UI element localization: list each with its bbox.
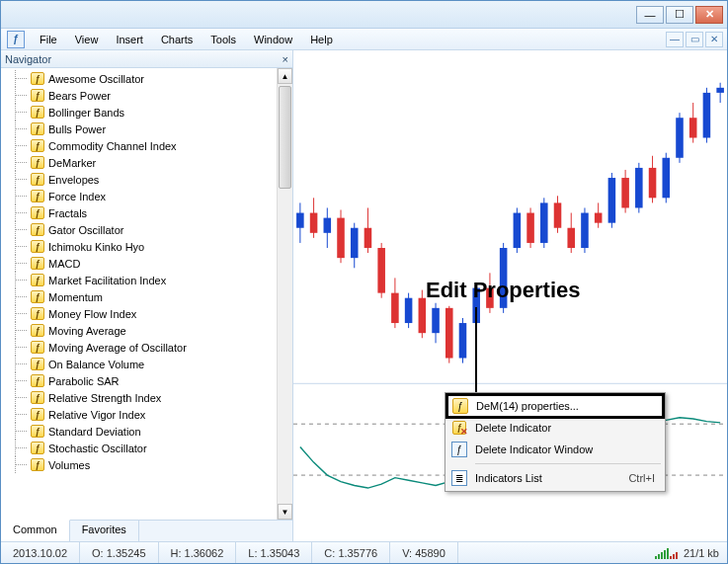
status-volume: V: 45890 bbox=[390, 542, 458, 563]
svg-rect-1 bbox=[296, 213, 304, 228]
delete-window-icon: ƒ bbox=[451, 442, 467, 457]
connection-rate: 21/1 kb bbox=[684, 547, 719, 559]
navigator-item-label: Stochastic Oscillator bbox=[48, 443, 147, 454]
ctx-delete-window[interactable]: ƒ Delete Indicator Window bbox=[447, 439, 663, 460]
navigator-item[interactable]: ƒStochastic Oscillator bbox=[9, 440, 277, 456]
menu-window[interactable]: Window bbox=[245, 32, 301, 47]
navigator-item-label: Awesome Oscillator bbox=[48, 73, 144, 85]
svg-rect-29 bbox=[486, 288, 494, 308]
indicator-icon: ƒ bbox=[31, 341, 44, 354]
menu-bar: ƒ File View Insert Charts Tools Window H… bbox=[1, 29, 727, 50]
navigator-tree-wrap: ƒAwesome OscillatorƒBears PowerƒBollinge… bbox=[1, 68, 292, 520]
indicator-icon: ƒ bbox=[31, 206, 44, 219]
indicator-icon: ƒ bbox=[31, 72, 44, 85]
indicator-icon: ƒ bbox=[31, 122, 44, 135]
menu-help[interactable]: Help bbox=[301, 32, 342, 47]
navigator-item[interactable]: ƒIchimoku Kinko Hyo bbox=[9, 238, 277, 255]
svg-rect-15 bbox=[391, 293, 399, 323]
scroll-thumb[interactable] bbox=[279, 86, 291, 189]
navigator-tree[interactable]: ƒAwesome OscillatorƒBears PowerƒBollinge… bbox=[1, 68, 277, 520]
navigator-item-label: Momentum bbox=[48, 291, 103, 303]
navigator-item[interactable]: ƒMarket Facilitation Index bbox=[9, 272, 277, 288]
navigator-item[interactable]: ƒMomentum bbox=[9, 288, 277, 305]
navigator-scrollbar[interactable]: ▲ ▼ bbox=[277, 68, 292, 520]
navigator-item[interactable]: ƒBulls Power bbox=[9, 121, 277, 137]
navigator-item[interactable]: ƒAwesome Oscillator bbox=[9, 70, 277, 87]
indicator-icon: ƒ bbox=[31, 257, 44, 270]
menu-view[interactable]: View bbox=[66, 32, 108, 47]
window-minimize-button[interactable]: — bbox=[636, 6, 664, 24]
navigator-item[interactable]: ƒRelative Vigor Index bbox=[9, 406, 277, 423]
navigator-item-label: Money Flow Index bbox=[48, 308, 136, 320]
indicators-list-icon: ≣ bbox=[451, 470, 467, 486]
ctx-ind-list-label: Indicators List bbox=[475, 472, 542, 484]
ctx-indicators-list[interactable]: ≣ Indicators List Ctrl+I bbox=[447, 467, 663, 489]
navigator-item[interactable]: ƒMoney Flow Index bbox=[9, 305, 277, 322]
navigator-item[interactable]: ƒStandard Deviation bbox=[9, 423, 277, 440]
tab-common[interactable]: Common bbox=[1, 520, 70, 541]
scroll-up-arrow-icon[interactable]: ▲ bbox=[278, 68, 292, 84]
navigator-item[interactable]: ƒBears Power bbox=[9, 87, 277, 104]
status-date: 2013.10.02 bbox=[1, 542, 80, 563]
svg-rect-37 bbox=[540, 202, 548, 243]
menu-charts[interactable]: Charts bbox=[152, 32, 202, 47]
svg-rect-43 bbox=[581, 213, 589, 248]
window-maximize-button[interactable]: ☐ bbox=[666, 6, 693, 24]
navigator-item[interactable]: ƒFractals bbox=[9, 204, 277, 221]
navigator-item[interactable]: ƒVolumes bbox=[9, 456, 277, 473]
window-close-button[interactable]: ✕ bbox=[695, 6, 723, 24]
svg-rect-21 bbox=[432, 308, 440, 333]
svg-rect-19 bbox=[419, 298, 427, 333]
mdi-minimize-button[interactable]: — bbox=[666, 32, 684, 47]
navigator-item[interactable]: ƒDeMarker bbox=[9, 154, 277, 171]
navigator-tabs: Common Favorites bbox=[1, 520, 292, 541]
app-window: — ☐ ✕ ƒ File View Insert Charts Tools Wi… bbox=[0, 0, 728, 564]
indicator-icon: ƒ bbox=[31, 307, 44, 320]
navigator-item-label: Market Facilitation Index bbox=[48, 275, 166, 286]
navigator-item-label: MACD bbox=[48, 258, 80, 270]
svg-rect-57 bbox=[676, 118, 684, 158]
navigator-item[interactable]: ƒForce Index bbox=[9, 188, 277, 204]
title-bar: — ☐ ✕ bbox=[1, 1, 727, 29]
navigator-item[interactable]: ƒOn Balance Volume bbox=[9, 356, 277, 372]
tab-favorites[interactable]: Favorites bbox=[70, 521, 139, 541]
navigator-panel: Navigator × ƒAwesome OscillatorƒBears Po… bbox=[1, 50, 293, 541]
scroll-down-arrow-icon[interactable]: ▼ bbox=[278, 504, 292, 520]
navigator-item[interactable]: ƒGator Oscillator bbox=[9, 221, 277, 238]
menu-file[interactable]: File bbox=[31, 32, 66, 47]
mdi-restore-button[interactable]: ▭ bbox=[686, 32, 703, 47]
menu-insert[interactable]: Insert bbox=[107, 32, 152, 47]
navigator-item-label: Parabolic SAR bbox=[48, 375, 120, 387]
svg-rect-39 bbox=[554, 202, 562, 227]
navigator-item[interactable]: ƒMoving Average bbox=[9, 322, 277, 339]
navigator-item[interactable]: ƒParabolic SAR bbox=[9, 372, 277, 389]
navigator-close-button[interactable]: × bbox=[283, 53, 288, 65]
context-menu: ƒ DeM(14) properties... Delete Indicator… bbox=[445, 392, 666, 492]
navigator-item-label: Bollinger Bands bbox=[48, 107, 124, 119]
ctx-delete-indicator[interactable]: Delete Indicator bbox=[447, 417, 663, 439]
mdi-close-button[interactable]: ✕ bbox=[705, 32, 723, 47]
navigator-item-label: Envelopes bbox=[48, 174, 99, 186]
navigator-item-label: Volumes bbox=[48, 459, 90, 471]
ctx-properties[interactable]: ƒ DeM(14) properties... bbox=[445, 393, 665, 419]
status-low: L: 1.35043 bbox=[236, 542, 312, 563]
navigator-item[interactable]: ƒEnvelopes bbox=[9, 171, 277, 188]
delete-indicator-icon bbox=[451, 420, 467, 436]
status-close: C: 1.35776 bbox=[312, 542, 390, 563]
navigator-item[interactable]: ƒBollinger Bands bbox=[9, 104, 277, 121]
svg-rect-41 bbox=[567, 228, 575, 248]
menu-tools[interactable]: Tools bbox=[202, 32, 245, 47]
navigator-item[interactable]: ƒCommodity Channel Index bbox=[9, 137, 277, 154]
navigator-item-label: Bulls Power bbox=[48, 123, 106, 135]
svg-rect-35 bbox=[526, 213, 534, 243]
navigator-item[interactable]: ƒMoving Average of Oscillator bbox=[9, 339, 277, 356]
scroll-track[interactable] bbox=[278, 84, 292, 504]
svg-rect-55 bbox=[662, 158, 670, 199]
svg-rect-59 bbox=[689, 118, 697, 137]
status-bar: 2013.10.02 O: 1.35245 H: 1.36062 L: 1.35… bbox=[1, 541, 727, 563]
navigator-item[interactable]: ƒRelative Strength Index bbox=[9, 389, 277, 406]
connection-bars-icon bbox=[655, 547, 678, 559]
indicator-icon: ƒ bbox=[31, 458, 44, 471]
navigator-item[interactable]: ƒMACD bbox=[9, 255, 277, 272]
indicator-icon: ƒ bbox=[31, 391, 44, 404]
